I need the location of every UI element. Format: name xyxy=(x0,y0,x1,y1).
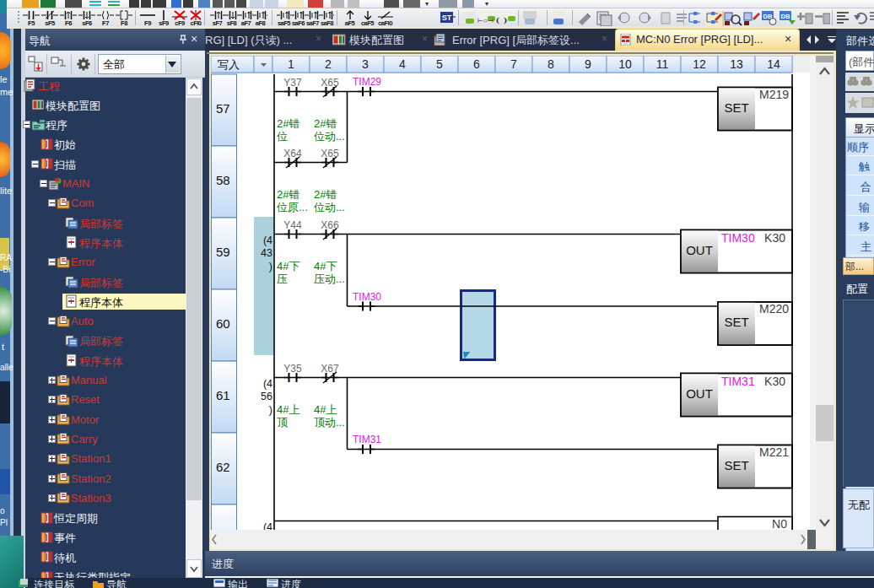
svg-text:9: 9 xyxy=(585,57,591,71)
svg-text:位动...: 位动... xyxy=(314,201,345,213)
svg-text:8: 8 xyxy=(548,57,554,71)
svg-text:(4: (4 xyxy=(263,235,272,246)
svg-text:位动...: 位动... xyxy=(314,130,345,143)
svg-text:TIM31: TIM31 xyxy=(353,434,381,445)
svg-text:58: 58 xyxy=(216,173,230,187)
svg-text:X65: X65 xyxy=(321,77,339,89)
svg-text:): ) xyxy=(269,404,272,416)
svg-text:11: 11 xyxy=(656,57,669,71)
svg-text:X67: X67 xyxy=(321,363,339,375)
svg-text:TIM30: TIM30 xyxy=(353,291,381,303)
svg-text:59: 59 xyxy=(216,245,230,259)
svg-text:X65: X65 xyxy=(321,148,339,159)
svg-text:): ) xyxy=(269,261,272,272)
svg-text:位: 位 xyxy=(277,130,288,143)
svg-text:56: 56 xyxy=(261,391,272,402)
svg-text:14: 14 xyxy=(767,57,780,71)
svg-text:2#错: 2#错 xyxy=(277,117,299,130)
svg-text:压: 压 xyxy=(277,272,288,285)
svg-text:13: 13 xyxy=(730,57,743,71)
svg-text:M219: M219 xyxy=(759,88,789,101)
svg-text:DB: DB xyxy=(781,13,790,20)
svg-text:TIM29: TIM29 xyxy=(353,76,381,88)
svg-text:4#上: 4#上 xyxy=(314,403,337,416)
svg-text:Y44: Y44 xyxy=(283,219,302,231)
svg-text:TIM31: TIM31 xyxy=(721,375,755,388)
svg-text:62: 62 xyxy=(216,460,230,474)
svg-text:57: 57 xyxy=(216,101,230,116)
svg-text:2#错: 2#错 xyxy=(314,188,337,201)
svg-text:位原...: 位原... xyxy=(277,201,308,213)
svg-text:4#下: 4#下 xyxy=(277,260,299,272)
svg-text:X64: X64 xyxy=(283,148,302,159)
svg-text:2#错: 2#错 xyxy=(277,188,299,201)
svg-text:4#下: 4#下 xyxy=(314,260,337,272)
svg-text:M220: M220 xyxy=(759,302,789,316)
svg-text:6: 6 xyxy=(473,57,480,71)
svg-text:压动...: 压动... xyxy=(314,272,345,285)
svg-text:4: 4 xyxy=(399,57,406,71)
svg-text:(4: (4 xyxy=(263,378,272,390)
svg-text:X66: X66 xyxy=(321,219,339,231)
svg-text:12: 12 xyxy=(693,57,706,71)
svg-text:2#错: 2#错 xyxy=(314,117,337,130)
svg-text:N0: N0 xyxy=(772,517,787,531)
svg-text:顶: 顶 xyxy=(277,416,289,429)
svg-text:写入: 写入 xyxy=(218,58,240,71)
svg-text:1: 1 xyxy=(288,57,294,71)
svg-text:M221: M221 xyxy=(759,445,789,459)
svg-text:61: 61 xyxy=(216,388,230,402)
svg-text:Y37: Y37 xyxy=(283,77,302,89)
svg-text:SET: SET xyxy=(724,100,748,115)
svg-text:43: 43 xyxy=(261,247,272,259)
svg-text:7: 7 xyxy=(510,57,517,71)
svg-text:OUT: OUT xyxy=(686,243,713,257)
svg-text:10: 10 xyxy=(618,57,632,71)
svg-text:OUT: OUT xyxy=(686,386,713,401)
svg-text:3: 3 xyxy=(362,57,369,71)
svg-text:60: 60 xyxy=(216,316,230,331)
svg-text:K30: K30 xyxy=(764,375,785,388)
svg-text:4#上: 4#上 xyxy=(277,403,299,416)
svg-text:ST: ST xyxy=(442,13,452,22)
svg-text:K30: K30 xyxy=(764,231,785,245)
svg-text:Y35: Y35 xyxy=(283,363,302,375)
svg-text:SET: SET xyxy=(724,315,748,329)
svg-text:顶动...: 顶动... xyxy=(314,416,345,429)
svg-text:SET: SET xyxy=(724,458,748,472)
svg-text:TIM30: TIM30 xyxy=(721,231,755,245)
svg-text:2: 2 xyxy=(325,57,332,71)
svg-text:5: 5 xyxy=(436,57,443,71)
